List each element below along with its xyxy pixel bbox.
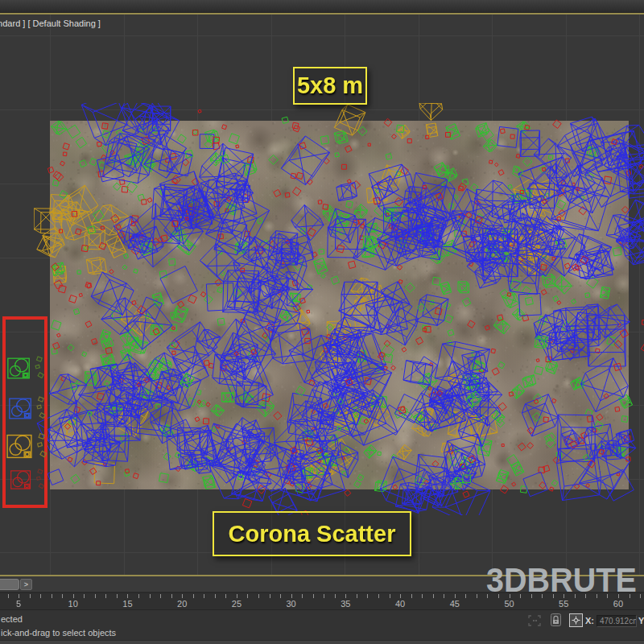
status-bar: ected ick-and-drag to select objects bbox=[0, 609, 644, 644]
timeline-tick bbox=[357, 594, 357, 598]
timeline-tick bbox=[193, 594, 194, 598]
next-frame-button[interactable]: > bbox=[20, 579, 32, 590]
transform-gizmo-icon bbox=[528, 615, 541, 630]
timeline-tick bbox=[302, 594, 303, 598]
source-object-blue-sprigs-icon bbox=[35, 396, 47, 421]
timeline-tick-label: 45 bbox=[450, 599, 460, 609]
timeline-tick bbox=[258, 594, 259, 598]
status-prompt-line1: ected bbox=[1, 614, 23, 624]
timeline-tick-label: 25 bbox=[232, 599, 242, 609]
timeline-tick bbox=[204, 594, 204, 598]
timeline-tick bbox=[345, 594, 346, 598]
timeline-tick bbox=[171, 594, 172, 598]
timeline-tick bbox=[313, 594, 314, 598]
source-object-blue[interactable] bbox=[8, 396, 47, 421]
source-object-green[interactable] bbox=[6, 356, 45, 381]
timeline-tick bbox=[422, 594, 423, 598]
source-object-orange-sprigs-icon bbox=[36, 432, 47, 460]
timeline-tick-label: 10 bbox=[68, 599, 78, 609]
timeline-tick bbox=[335, 594, 336, 598]
timeline-tick bbox=[378, 594, 379, 598]
timeline-tick bbox=[444, 594, 444, 598]
timeline-tick bbox=[105, 594, 106, 598]
timeline-tick bbox=[160, 594, 161, 598]
timeline-tick-label: 40 bbox=[395, 599, 405, 609]
timeline-tick-label: 20 bbox=[177, 599, 187, 609]
timeline-tick-label: 30 bbox=[286, 599, 295, 609]
source-object-red-sprigs-icon bbox=[35, 469, 46, 491]
timeline-tick bbox=[411, 594, 412, 598]
timeline-tick bbox=[8, 594, 9, 598]
timeline-tick bbox=[433, 594, 434, 598]
timeline-tick bbox=[127, 594, 128, 598]
source-object-blue-icon bbox=[8, 396, 33, 421]
timeline-tick bbox=[138, 594, 139, 598]
timeline-tick bbox=[62, 594, 63, 598]
timeline-tick bbox=[324, 594, 324, 598]
timeline-tick-label: 35 bbox=[341, 599, 350, 609]
timeline-tick bbox=[73, 594, 74, 598]
x-coordinate-label: X: bbox=[585, 616, 594, 625]
timeline-tick bbox=[455, 594, 456, 598]
x-coordinate-field[interactable]: 470.912cm bbox=[597, 615, 637, 627]
size-annotation-text: 5x8 m bbox=[297, 72, 363, 99]
timeline-tick bbox=[237, 594, 237, 598]
application-window: 5x8 m Corona Scatter andard ] [ Default … bbox=[0, 0, 644, 644]
timeline-tick bbox=[95, 594, 96, 598]
absolute-mode-button[interactable] bbox=[569, 613, 583, 627]
time-slider-handle[interactable] bbox=[0, 579, 19, 590]
source-object-red-icon bbox=[10, 469, 32, 491]
status-bar-bottom-strip bbox=[0, 640, 644, 644]
timeline-tick bbox=[280, 594, 281, 598]
timeline-tick bbox=[640, 594, 641, 598]
timeline-tick bbox=[367, 594, 368, 598]
scatter-plane-canvas[interactable] bbox=[34, 103, 644, 515]
viewport-shading-label[interactable]: andard ] [ Default Shading ] bbox=[0, 19, 101, 28]
corona-scatter-annotation: Corona Scatter bbox=[213, 511, 411, 556]
status-prompt-line2: ick-and-drag to select objects bbox=[1, 628, 116, 638]
selection-lock-icon[interactable] bbox=[551, 613, 561, 630]
grid-line-horizontal bbox=[0, 35, 644, 36]
source-object-orange[interactable] bbox=[6, 432, 47, 460]
source-object-orange-icon bbox=[6, 432, 34, 460]
timeline-tick bbox=[477, 594, 477, 598]
corona-scatter-annotation-text: Corona Scatter bbox=[229, 521, 396, 547]
size-annotation: 5x8 m bbox=[293, 67, 367, 105]
source-objects-highlight-box bbox=[2, 316, 47, 508]
timeline-tick-label: 5 bbox=[16, 599, 21, 609]
timeline-tick bbox=[270, 594, 270, 598]
timeline-tick-label: 55 bbox=[559, 599, 568, 609]
timeline-tick bbox=[465, 594, 466, 598]
timeline-tick-label: 50 bbox=[504, 599, 514, 609]
timeline-tick bbox=[215, 594, 216, 598]
timeline-tick-label: 60 bbox=[613, 599, 623, 609]
source-object-green-icon bbox=[6, 356, 31, 381]
watermark-logo: 3DBRUTE bbox=[486, 560, 637, 600]
y-coordinate-label: Y: bbox=[638, 616, 644, 625]
timeline-tick bbox=[225, 594, 226, 598]
timeline-tick bbox=[150, 594, 151, 598]
timeline-tick bbox=[19, 594, 19, 598]
timeline-tick bbox=[52, 594, 52, 598]
timeline-tick bbox=[117, 594, 118, 598]
timeline-tick bbox=[30, 594, 31, 598]
source-object-red[interactable] bbox=[10, 469, 46, 491]
source-object-green-sprigs-icon bbox=[34, 356, 45, 381]
timeline-tick bbox=[291, 594, 292, 598]
timeline-tick bbox=[182, 594, 183, 598]
timeline-tick-label: 15 bbox=[122, 599, 132, 609]
timeline-tick bbox=[390, 594, 390, 598]
active-viewport-border-top bbox=[0, 13, 644, 14]
absolute-mode-icon bbox=[572, 616, 580, 625]
timeline-tick bbox=[40, 594, 41, 598]
timeline-tick bbox=[400, 594, 401, 598]
timeline-tick bbox=[84, 594, 85, 598]
timeline-tick bbox=[247, 594, 248, 598]
top-bar bbox=[0, 0, 644, 13]
